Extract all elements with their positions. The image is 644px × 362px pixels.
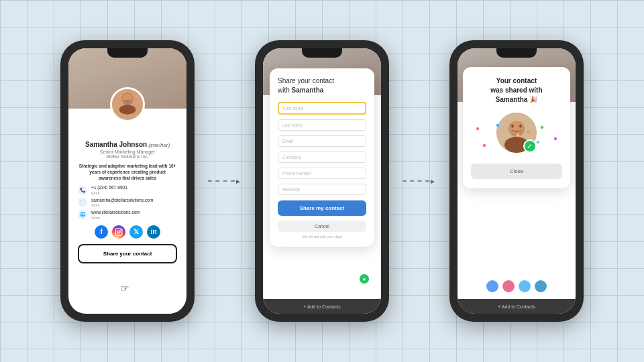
- facebook-icon: f: [95, 225, 108, 239]
- phone-screen-3: Your contact was shared with Samantha 🎉: [458, 48, 576, 314]
- cancel-button[interactable]: Cancel: [278, 221, 366, 232]
- phone-number: +1 (234) 567-8901: [91, 185, 127, 190]
- phone3-social-row: [458, 278, 576, 295]
- phone3-facebook: [486, 280, 498, 292]
- svg-rect-5: [115, 229, 122, 235]
- email-field[interactable]: [278, 135, 366, 147]
- close-button[interactable]: Close: [471, 164, 562, 179]
- confetti-7: [536, 140, 539, 143]
- arrow-1: ►: [208, 178, 241, 185]
- profile-title: Senior Marketing Manager: [78, 149, 177, 154]
- profile-name: Samantha Johnson: [85, 141, 147, 148]
- phone-1: Samantha Johnson (she/her) Senior Market…: [60, 40, 195, 322]
- form-title-name: Samantha: [292, 86, 324, 94]
- confetti-1: [476, 127, 479, 130]
- success-line2: was shared with: [490, 86, 542, 94]
- form-title: Share your contact with Samantha: [278, 76, 366, 95]
- avatar-svg: [112, 87, 143, 120]
- success-title: Your contact was shared with Samantha 🎉: [471, 76, 562, 105]
- success-name: Samantha 🎉: [496, 96, 538, 103]
- dashed-line-1: [208, 180, 235, 182]
- email-contact-item: ✉️ samantha@stellarsolutions.com Work: [78, 198, 177, 207]
- share-contact-button[interactable]: Share your contact: [78, 244, 177, 263]
- email-address: samantha@stellarsolutions.com: [91, 198, 153, 203]
- arrow-2: ►: [402, 178, 436, 185]
- cursor-icon: ☞: [121, 283, 129, 294]
- privacy-note: We do not sell your data: [278, 235, 366, 239]
- share-form-modal: Share your contact with Samantha Share m…: [270, 68, 374, 247]
- profile-body: Samantha Johnson (she/her) Senior Market…: [68, 109, 186, 269]
- email-icon: ✉️: [78, 198, 87, 207]
- form-title-line2: with: [278, 86, 292, 94]
- phone3-twitter: [519, 280, 531, 292]
- website-contact-item: 🌐 www.stellarsolutions.com Work: [78, 210, 177, 219]
- phone3-instagram: [502, 280, 515, 292]
- profile-bio: Strategic and adaptive marketing lead wi…: [78, 163, 177, 181]
- confetti-4: [540, 125, 543, 129]
- phone-text: +1 (234) 567-8901 Work: [91, 185, 127, 194]
- website-label: Work: [91, 216, 140, 220]
- form-title-line1: Share your contact: [278, 77, 334, 84]
- arrow-head-2: ►: [429, 178, 436, 185]
- company-field[interactable]: [278, 152, 366, 163]
- social-row: f 𝕏 in: [78, 225, 177, 239]
- svg-point-13: [519, 125, 522, 128]
- avatar: [110, 87, 145, 122]
- phone-field[interactable]: [278, 168, 366, 179]
- first-name-field[interactable]: [278, 102, 366, 115]
- twitter-icon: 𝕏: [129, 225, 143, 239]
- profile-name-area: Samantha Johnson (she/her): [78, 141, 177, 148]
- linkedin-icon: in: [147, 225, 160, 239]
- checkmark-icon: ✓: [523, 139, 537, 153]
- green-status-dot: ●: [360, 274, 369, 284]
- phone-notch-3: [496, 48, 537, 58]
- phone-label: Work: [91, 191, 127, 195]
- svg-point-7: [120, 229, 121, 231]
- svg-point-2: [119, 105, 136, 115]
- website-url: www.stellarsolutions.com: [91, 210, 140, 215]
- phone-icon: 📞: [78, 186, 87, 195]
- phone-notch-1: [107, 48, 148, 58]
- phone-2: Share your contact with Samantha Share m…: [255, 40, 389, 322]
- profile-pronouns: (she/her): [148, 142, 170, 148]
- confetti-8: [482, 143, 486, 147]
- website-icon: 🌐: [78, 210, 87, 219]
- instagram-icon: [112, 225, 125, 239]
- phone-screen-1: Samantha Johnson (she/her) Senior Market…: [68, 48, 186, 314]
- phone-contact-item: 📞 +1 (234) 567-8901 Work: [78, 185, 177, 194]
- add-contacts-bar-2[interactable]: + Add to Contacts: [263, 299, 381, 314]
- svg-point-6: [117, 231, 120, 233]
- success-avatar-area: ✓: [496, 113, 537, 153]
- email-text: samantha@stellarsolutions.com Work: [91, 198, 153, 207]
- confetti-5: [554, 137, 557, 141]
- last-name-field[interactable]: [278, 119, 366, 131]
- email-label: Work: [91, 203, 153, 207]
- arrow-head-1: ►: [235, 178, 241, 185]
- success-line1: Your contact: [496, 77, 537, 84]
- phone-notch-2: [302, 48, 342, 58]
- profile-company: Stellar Solutions Inc.: [78, 154, 177, 159]
- svg-point-12: [511, 125, 514, 128]
- message-field[interactable]: [278, 184, 366, 195]
- share-my-contact-button[interactable]: Share my contact: [278, 200, 366, 216]
- phone3-linkedin: [535, 280, 547, 292]
- phone-screen-2: Share your contact with Samantha Share m…: [263, 48, 381, 314]
- success-modal: Your contact was shared with Samantha 🎉: [463, 67, 570, 188]
- website-text: www.stellarsolutions.com Work: [91, 210, 140, 219]
- phone-3: Your contact was shared with Samantha 🎉: [449, 40, 584, 322]
- add-contacts-bar-3[interactable]: + Add to Contacts: [458, 299, 576, 314]
- dashed-line-2: [402, 180, 429, 182]
